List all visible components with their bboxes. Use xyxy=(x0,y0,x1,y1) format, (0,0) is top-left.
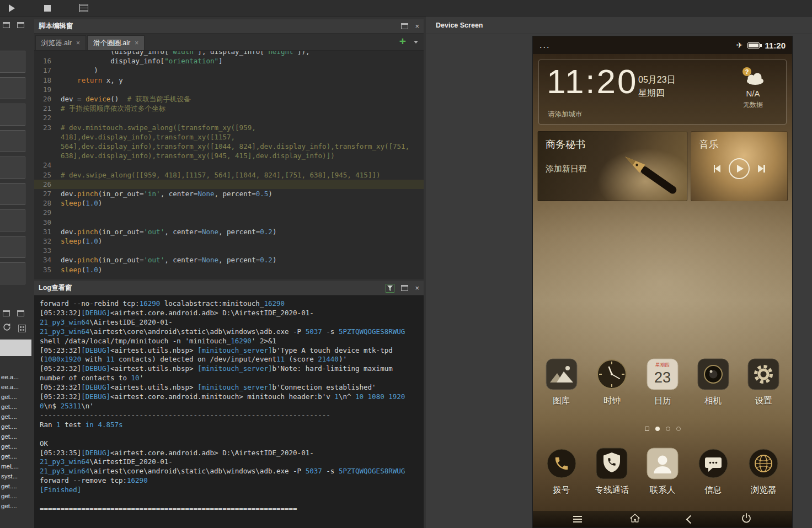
stop-button[interactable] xyxy=(44,0,79,17)
rail-list-item[interactable]: syst... xyxy=(1,471,33,481)
asset-thumbnail[interactable] xyxy=(0,104,25,126)
code-lines[interactable]: (display_info["width"], display_info["he… xyxy=(34,51,424,279)
dock-contacts[interactable]: 联系人 xyxy=(638,448,687,496)
close-panel-button[interactable]: × xyxy=(415,284,419,292)
clock-widget[interactable]: 11:20 05月23日 星期四 请添加城市 ? N/A 无数据 xyxy=(538,60,787,125)
code-line[interactable]: 30 xyxy=(34,218,424,227)
rail-list-item[interactable]: meL... xyxy=(1,461,33,471)
add-schedule-action[interactable]: 添加新日程 xyxy=(546,164,587,174)
float-window-icon[interactable] xyxy=(3,22,10,28)
close-icon[interactable]: × xyxy=(76,39,80,47)
rail-list-item[interactable]: get.... xyxy=(1,412,33,422)
code-line[interactable]: 21# 手指按照顺序依次滑过多个坐标 xyxy=(34,104,424,113)
float-panel-button[interactable] xyxy=(401,285,408,291)
code-line[interactable]: 418],dev.display_info),transform_xy([115… xyxy=(34,132,424,142)
music-card[interactable]: 音乐 xyxy=(691,131,788,201)
home-button[interactable] xyxy=(629,513,640,525)
code-line[interactable]: 33 xyxy=(34,246,424,255)
code-line[interactable]: 17 ) xyxy=(34,66,424,75)
next-track-button[interactable] xyxy=(758,165,765,173)
close-panel-button[interactable]: × xyxy=(415,23,419,30)
script-editor-panel: 脚本编辑窗 × 浏览器.air × 滑个圈圈.air × + (display_… xyxy=(34,19,424,279)
device-screen-mirror[interactable]: ... ✈ 11:20 11:20 05月23日 星期四 请添加城市 ? xyxy=(532,36,793,528)
app-settings[interactable]: 设置 xyxy=(739,358,788,407)
asset-thumbnail[interactable] xyxy=(0,262,25,284)
code-line[interactable]: 19 xyxy=(34,85,424,94)
phone-menu-dots[interactable]: ... xyxy=(539,40,736,50)
code-line[interactable]: 638],dev.display_info),transform_xy([945… xyxy=(34,151,424,160)
code-line[interactable]: 35sleep(1.0) xyxy=(34,265,424,274)
rail-list-item[interactable]: get.... xyxy=(1,501,33,511)
weather-unknown-icon: ? xyxy=(740,67,766,85)
asset-thumbnail[interactable] xyxy=(0,51,25,73)
previous-icon xyxy=(715,165,720,173)
app-clock[interactable]: 时钟 xyxy=(587,358,636,407)
previous-track-button[interactable] xyxy=(714,165,721,173)
tab-browser-air[interactable]: 浏览器.air × xyxy=(35,35,86,50)
close-icon[interactable]: × xyxy=(135,39,138,47)
rail-list-item[interactable]: get.... xyxy=(1,402,33,412)
rail-list-item[interactable]: get.... xyxy=(1,491,33,501)
chevron-down-icon[interactable] xyxy=(414,41,418,44)
new-tab-button[interactable]: + xyxy=(399,35,406,47)
float-panel-button[interactable] xyxy=(401,23,408,29)
power-button[interactable] xyxy=(741,513,752,526)
app-calendar[interactable]: 星期四 23 日历 xyxy=(638,358,687,407)
asset-thumbnail[interactable] xyxy=(0,77,25,99)
back-button[interactable] xyxy=(686,515,695,524)
float-window-icon[interactable] xyxy=(3,310,10,316)
tab-huagequanquan-air[interactable]: 滑个圈圈.air × xyxy=(87,35,145,50)
rail-list-item[interactable]: get.... xyxy=(1,451,33,461)
code-line[interactable]: 25# dev.swipe_along([[959, 418],[1157, 5… xyxy=(34,170,424,180)
code-line[interactable]: 564],dev.display_info),transform_xy([104… xyxy=(34,142,424,151)
app-gallery[interactable]: 图库 xyxy=(537,358,586,407)
rail-list-item[interactable]: get.... xyxy=(1,432,33,441)
camera-icon xyxy=(697,358,729,390)
code-line[interactable]: 34dev.pinch(in_or_out='out', center=None… xyxy=(34,255,424,265)
code-line[interactable]: 22 xyxy=(34,113,424,122)
dock-window-icon[interactable] xyxy=(17,22,24,28)
dock-dialer[interactable]: 拨号 xyxy=(537,448,586,496)
code-line[interactable]: 27dev.pinch(in_or_out='in', center=None,… xyxy=(34,189,424,198)
code-line[interactable]: 24 xyxy=(34,160,424,170)
selected-tree-item[interactable] xyxy=(0,340,31,356)
code-line[interactable]: 16 display_info["orientation"] xyxy=(34,56,424,66)
asset-thumbnail[interactable] xyxy=(0,183,25,205)
code-line[interactable]: (display_info["width"], display_info["he… xyxy=(34,51,424,56)
rail-list-item[interactable]: get.... xyxy=(1,422,33,432)
rail-list-item[interactable]: get.... xyxy=(1,481,33,491)
code-line[interactable]: 26 xyxy=(34,180,424,189)
asset-thumbnail[interactable] xyxy=(0,236,25,258)
secretary-card[interactable]: 商务秘书 添加新日程 xyxy=(537,131,687,201)
run-button[interactable] xyxy=(9,0,44,17)
code-line[interactable]: 31dev.pinch(in_or_out='out', center=None… xyxy=(34,227,424,236)
log-filter-button[interactable] xyxy=(386,284,394,293)
rail-list-item[interactable]: ee.a... xyxy=(1,372,33,382)
grid-view-icon[interactable] xyxy=(18,325,26,332)
dock-secure-call[interactable]: 专线通话 xyxy=(587,448,636,496)
code-line[interactable]: 20dev = device() # 获取当前手机设备 xyxy=(34,94,424,104)
asset-thumbnail[interactable] xyxy=(0,157,25,179)
log-lines[interactable]: forward --no-rebind tcp:16290 localabstr… xyxy=(34,295,424,528)
code-line[interactable]: 18 return x, y xyxy=(34,76,424,85)
report-button[interactable] xyxy=(79,0,115,17)
add-city-hint[interactable]: 请添加城市 xyxy=(548,110,583,119)
rail-list-item[interactable]: get.... xyxy=(1,441,33,451)
menu-button[interactable] xyxy=(573,519,582,520)
dock-window-icon[interactable] xyxy=(17,310,24,316)
play-button[interactable] xyxy=(729,158,750,179)
asset-thumbnail[interactable] xyxy=(0,130,25,152)
code-line[interactable]: 28sleep(1.0) xyxy=(34,198,424,208)
phone-wallpaper[interactable]: 11:20 05月23日 星期四 请添加城市 ? N/A 无数据 xyxy=(533,54,792,511)
refresh-icon[interactable] xyxy=(3,323,11,333)
dock-browser[interactable]: 浏览器 xyxy=(739,448,788,496)
asset-thumbnail[interactable] xyxy=(0,209,25,231)
weather-block[interactable]: ? N/A 无数据 xyxy=(732,67,774,110)
dock-messages[interactable]: 信息 xyxy=(689,448,738,496)
app-camera[interactable]: 相机 xyxy=(689,358,738,407)
rail-list-item[interactable]: ee.a... xyxy=(1,382,33,392)
code-line[interactable]: 23# dev.minitouch.swipe_along([transform… xyxy=(34,123,424,132)
code-line[interactable]: 29 xyxy=(34,208,424,217)
rail-list-item[interactable]: get.... xyxy=(1,392,33,402)
code-line[interactable]: 32sleep(1.0) xyxy=(34,236,424,246)
